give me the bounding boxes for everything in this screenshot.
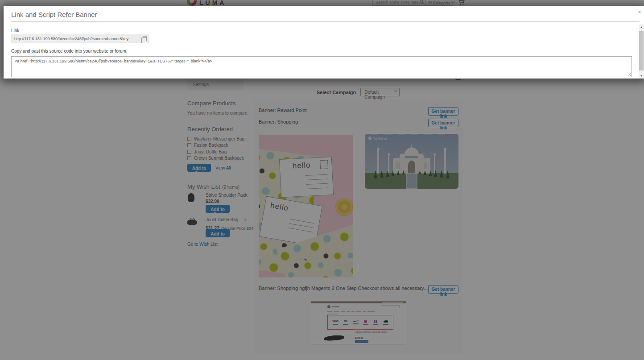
scroll-down-icon[interactable]: ▼	[639, 73, 644, 79]
embed-code-textarea[interactable]: <a href="http://117.6.131.199:580/hiennt…	[11, 56, 632, 77]
copy-icon[interactable]	[143, 36, 147, 41]
copy-instruction-text: Copy and past this source code into your…	[11, 49, 128, 54]
banner-link-input[interactable]	[11, 34, 149, 43]
modal-scrollbar[interactable]: ▲ ▼	[639, 25, 644, 79]
screen: LUMA Search entire store here... All Cat…	[0, 0, 644, 360]
close-icon[interactable]: ×	[636, 9, 643, 15]
modal-title-divider	[11, 21, 640, 22]
modal-title: Link and Script Refer Banner	[11, 11, 97, 18]
scroll-up-icon[interactable]: ▲	[639, 25, 644, 30]
scrollbar-thumb[interactable]	[639, 31, 644, 70]
refer-banner-modal: Link and Script Refer Banner × Link Copy…	[4, 6, 644, 79]
link-label: Link	[11, 28, 19, 33]
